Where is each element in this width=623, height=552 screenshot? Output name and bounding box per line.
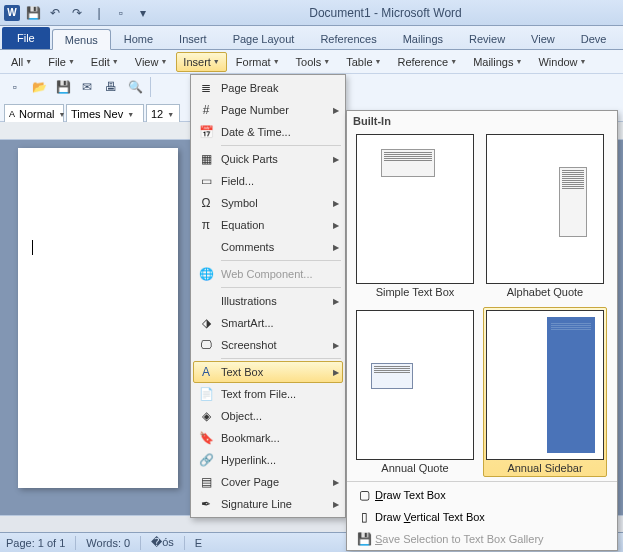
new-icon[interactable]: ▫ bbox=[4, 76, 26, 98]
date-time-icon: 📅 bbox=[195, 123, 217, 141]
menu-insert[interactable]: Insert▼ bbox=[176, 52, 226, 72]
menu-separator bbox=[221, 145, 341, 146]
status-lang[interactable]: E bbox=[195, 537, 202, 549]
new-doc-icon[interactable]: ▫ bbox=[112, 4, 130, 22]
menu-view[interactable]: View▼ bbox=[128, 52, 175, 72]
save-icon[interactable]: 💾 bbox=[52, 76, 74, 98]
tab-file[interactable]: File bbox=[2, 27, 50, 49]
menu-object[interactable]: ◈Object... bbox=[193, 405, 343, 427]
tab-home[interactable]: Home bbox=[111, 28, 166, 49]
gallery-header: Built-In bbox=[347, 111, 617, 127]
menu-text-from-file[interactable]: 📄Text from File... bbox=[193, 383, 343, 405]
page-number-icon: # bbox=[195, 101, 217, 119]
menu-cover-page[interactable]: ▤Cover Page▶ bbox=[193, 471, 343, 493]
menu-hyperlink[interactable]: 🔗Hyperlink... bbox=[193, 449, 343, 471]
style-combo[interactable]: ANormal▼ bbox=[4, 104, 64, 124]
screenshot-icon: 🖵 bbox=[195, 336, 217, 354]
signature-icon: ✒ bbox=[195, 495, 217, 513]
ribbon-tabs: File Menus Home Insert Page Layout Refer… bbox=[0, 26, 623, 50]
status-sep bbox=[75, 536, 76, 550]
menu-separator bbox=[221, 287, 341, 288]
size-combo[interactable]: 12▼ bbox=[146, 104, 180, 124]
cover-page-icon: ▤ bbox=[195, 473, 217, 491]
menu-edit[interactable]: Edit▼ bbox=[84, 52, 126, 72]
tab-mailings[interactable]: Mailings bbox=[390, 28, 456, 49]
tab-references[interactable]: References bbox=[307, 28, 389, 49]
menu-smartart[interactable]: ⬗SmartArt... bbox=[193, 312, 343, 334]
tab-developer[interactable]: Deve bbox=[568, 28, 620, 49]
menu-file[interactable]: File▼ bbox=[41, 52, 82, 72]
save-selection-icon: 💾 bbox=[353, 532, 375, 546]
gallery-simple-text-box[interactable]: Simple Text Box bbox=[353, 131, 477, 301]
tab-insert[interactable]: Insert bbox=[166, 28, 220, 49]
draw-vtextbox-icon: ▯ bbox=[353, 510, 375, 524]
smartart-icon: ⬗ bbox=[195, 314, 217, 332]
menu-bookmark[interactable]: 🔖Bookmark... bbox=[193, 427, 343, 449]
undo-icon[interactable]: ↶ bbox=[46, 4, 64, 22]
menu-symbol[interactable]: ΩSymbol▶ bbox=[193, 192, 343, 214]
menu-table[interactable]: Table▼ bbox=[339, 52, 388, 72]
status-proof-icon[interactable]: �ós bbox=[151, 536, 174, 549]
menu-date-time[interactable]: 📅Date & Time... bbox=[193, 121, 343, 143]
menu-field[interactable]: ▭Field... bbox=[193, 170, 343, 192]
hyperlink-icon: 🔗 bbox=[195, 451, 217, 469]
menu-comments[interactable]: Comments▶ bbox=[193, 236, 343, 258]
document-page[interactable] bbox=[18, 148, 178, 488]
qat-customize-icon[interactable]: ▾ bbox=[134, 4, 152, 22]
menu-window[interactable]: Window▼ bbox=[531, 52, 593, 72]
save-icon[interactable]: 💾 bbox=[24, 4, 42, 22]
field-icon: ▭ bbox=[195, 172, 217, 190]
menu-page-number[interactable]: #Page Number▶ bbox=[193, 99, 343, 121]
gallery-annual-quote[interactable]: Annual Quote bbox=[353, 307, 477, 477]
classic-menubar: All▼ File▼ Edit▼ View▼ Insert▼ Format▼ T… bbox=[0, 50, 623, 74]
equation-icon: π bbox=[195, 216, 217, 234]
print-icon[interactable]: 🖶 bbox=[100, 76, 122, 98]
bookmark-icon: 🔖 bbox=[195, 429, 217, 447]
symbol-icon: Ω bbox=[195, 194, 217, 212]
redo-icon[interactable]: ↷ bbox=[68, 4, 86, 22]
quick-parts-icon: ▦ bbox=[195, 150, 217, 168]
preview-icon[interactable]: 🔍 bbox=[124, 76, 146, 98]
menu-format[interactable]: Format▼ bbox=[229, 52, 287, 72]
menu-signature-line[interactable]: ✒Signature Line▶ bbox=[193, 493, 343, 515]
gallery-annual-sidebar[interactable]: Annual Sidebar bbox=[483, 307, 607, 477]
quick-access-toolbar: 💾 ↶ ↷ | ▫ ▾ bbox=[24, 4, 152, 22]
titlebar: W 💾 ↶ ↷ | ▫ ▾ Document1 - Microsoft Word bbox=[0, 0, 623, 26]
font-combo[interactable]: Times Nev▼ bbox=[66, 104, 144, 124]
text-box-gallery: Built-In Simple Text Box Alphabet Quote … bbox=[346, 110, 618, 551]
object-icon: ◈ bbox=[195, 407, 217, 425]
menu-all[interactable]: All▼ bbox=[4, 52, 39, 72]
menu-page-break[interactable]: ≣Page Break bbox=[193, 77, 343, 99]
menu-illustrations[interactable]: Illustrations▶ bbox=[193, 290, 343, 312]
gallery-separator bbox=[347, 481, 617, 482]
open-icon[interactable]: 📂 bbox=[28, 76, 50, 98]
menu-quick-parts[interactable]: ▦Quick Parts▶ bbox=[193, 148, 343, 170]
status-page[interactable]: Page: 1 of 1 bbox=[6, 537, 65, 549]
draw-text-box[interactable]: ▢Draw Text Box bbox=[347, 484, 617, 506]
menu-tools[interactable]: Tools▼ bbox=[289, 52, 338, 72]
page-break-icon: ≣ bbox=[195, 79, 217, 97]
menu-reference[interactable]: Reference▼ bbox=[390, 52, 464, 72]
menu-screenshot[interactable]: 🖵Screenshot▶ bbox=[193, 334, 343, 356]
window-title: Document1 - Microsoft Word bbox=[152, 6, 619, 20]
qat-sep-icon: | bbox=[90, 4, 108, 22]
menu-equation[interactable]: πEquation▶ bbox=[193, 214, 343, 236]
word-app-icon: W bbox=[4, 5, 20, 21]
insert-dropdown: ≣Page Break #Page Number▶ 📅Date & Time..… bbox=[190, 74, 346, 518]
menu-text-box[interactable]: AText Box▶ bbox=[193, 361, 343, 383]
tab-review[interactable]: Review bbox=[456, 28, 518, 49]
text-file-icon: 📄 bbox=[195, 385, 217, 403]
text-cursor bbox=[32, 240, 33, 255]
gallery-alphabet-quote[interactable]: Alphabet Quote bbox=[483, 131, 607, 301]
tab-view[interactable]: View bbox=[518, 28, 568, 49]
status-sep bbox=[140, 536, 141, 550]
menu-separator bbox=[221, 358, 341, 359]
text-box-icon: A bbox=[195, 363, 217, 381]
status-words[interactable]: Words: 0 bbox=[86, 537, 130, 549]
tab-menus[interactable]: Menus bbox=[52, 29, 111, 50]
draw-textbox-icon: ▢ bbox=[353, 488, 375, 502]
tab-pagelayout[interactable]: Page Layout bbox=[220, 28, 308, 49]
menu-mailings[interactable]: Mailings▼ bbox=[466, 52, 529, 72]
draw-vertical-text-box[interactable]: ▯Draw Vertical Text Box bbox=[347, 506, 617, 528]
mail-icon[interactable]: ✉ bbox=[76, 76, 98, 98]
